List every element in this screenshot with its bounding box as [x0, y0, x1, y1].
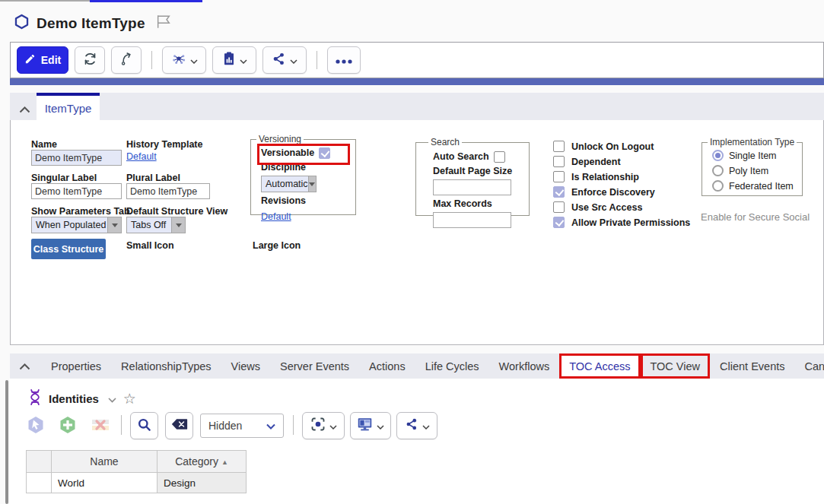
tab-label: RelationshipTypes	[121, 360, 212, 372]
share-button[interactable]	[262, 46, 307, 74]
tab-itemtype[interactable]: ItemType	[37, 93, 100, 120]
chevron-down-icon	[266, 420, 275, 432]
clear-search-button[interactable]	[165, 412, 193, 439]
tab-toc-access[interactable]: TOC Access	[559, 353, 640, 379]
reports-button[interactable]	[212, 46, 256, 74]
allow-private-permissions-checkbox[interactable]	[553, 217, 565, 228]
tab-label: Life Cycles	[425, 360, 479, 372]
unlock-on-logout-checkbox[interactable]	[553, 141, 565, 152]
dropdown-arrow-icon	[308, 176, 316, 192]
default-page-size-field[interactable]	[433, 179, 511, 195]
add-row-button[interactable]	[58, 415, 78, 435]
row-selector-cell[interactable]	[27, 473, 52, 493]
search-icon	[137, 417, 151, 435]
collapse-relationships-chevron-up-icon[interactable]	[19, 360, 30, 373]
auto-search-checkbox[interactable]	[494, 151, 505, 163]
promote-button[interactable]	[111, 46, 142, 74]
monitor-layout-icon	[357, 417, 373, 435]
page-title: Demo ItemType	[37, 15, 145, 32]
singular-label-field[interactable]	[31, 183, 122, 199]
share-grid-button[interactable]	[396, 412, 437, 439]
main-toolbar: Edit	[10, 42, 824, 78]
more-options-button[interactable]	[327, 46, 361, 74]
enforce-discovery-checkbox[interactable]	[553, 186, 565, 198]
chevron-down-icon	[240, 53, 247, 67]
vertical-scrollbar[interactable]	[5, 380, 8, 504]
discipline-select[interactable]: Automatic	[261, 176, 317, 192]
relationships-title: Identities	[49, 392, 99, 405]
chevron-down-icon[interactable]	[108, 392, 116, 406]
discipline-value: Automatic	[266, 179, 308, 189]
tab-actions[interactable]: Actions	[359, 353, 415, 379]
refresh-button[interactable]	[75, 46, 105, 74]
use-src-access-checkbox[interactable]	[553, 201, 565, 213]
tab-server-events[interactable]: Server Events	[270, 353, 359, 379]
dependent-checkbox[interactable]	[553, 156, 565, 167]
unlock-on-logout-label: Unlock On Logout	[571, 141, 654, 152]
visibility-filter-select[interactable]: Hidden	[200, 414, 284, 438]
class-structure-button[interactable]: Class Structure	[31, 239, 106, 259]
small-icon-label: Small Icon	[126, 240, 174, 251]
revisions-link[interactable]: Default	[261, 211, 291, 222]
poly-item-radio[interactable]	[712, 165, 724, 176]
tab-properties[interactable]: Properties	[41, 353, 111, 379]
backspace-clear-icon	[171, 418, 188, 433]
tab-client-events[interactable]: Client Events	[710, 353, 794, 379]
relationships-panel: Identities ☆	[9, 379, 824, 504]
tab-views[interactable]: Views	[221, 353, 270, 379]
default-structure-view-select[interactable]: Tabs Off	[126, 217, 186, 233]
chevron-down-icon	[422, 419, 430, 433]
is-relationship-checkbox[interactable]	[553, 171, 565, 182]
itemtype-hexagon-icon	[14, 13, 30, 33]
reports-clipboard-icon	[222, 51, 236, 69]
row-selector-header[interactable]	[27, 451, 52, 473]
search-fieldset: Search Auto Search Default Page Size Max…	[415, 137, 530, 216]
versionable-checkbox[interactable]	[319, 147, 330, 159]
show-parameters-tab-label: Show Parameters Tab	[31, 206, 130, 217]
favorite-star-icon[interactable]: ☆	[123, 391, 136, 406]
top-tab-indicator-inactive	[0, 0, 90, 2]
select-items-button[interactable]	[26, 415, 46, 435]
name-field[interactable]	[31, 150, 122, 166]
column-header-name[interactable]: Name	[52, 451, 157, 473]
focus-view-button[interactable]	[302, 412, 345, 439]
tab-workflows[interactable]: Workflows	[489, 353, 560, 379]
tab-can-add[interactable]: Can Add	[794, 353, 824, 379]
cell-name[interactable]: World	[52, 473, 157, 493]
flag-icon[interactable]	[155, 14, 172, 32]
singular-label-label: Singular Label	[31, 173, 97, 183]
plural-label-field[interactable]	[126, 183, 210, 199]
use-src-access-label: Use Src Access	[571, 202, 642, 213]
history-template-link[interactable]: Default	[126, 151, 157, 162]
share-icon	[272, 52, 286, 69]
column-header-category[interactable]: Category▲	[157, 451, 247, 473]
revisions-label: Revisions	[261, 195, 306, 208]
federated-item-radio[interactable]	[712, 180, 724, 192]
default-page-size-label: Default Page Size	[433, 165, 512, 178]
relationship-tab-strip: Properties RelationshipTypes Views Serve…	[10, 353, 824, 379]
versionable-label: Versionable	[261, 147, 314, 160]
display-view-button[interactable]	[350, 412, 391, 439]
chevron-down-icon	[377, 419, 384, 433]
is-relationship-label: Is Relationship	[571, 172, 639, 182]
edit-button[interactable]: Edit	[17, 46, 68, 74]
splitter-bar[interactable]	[10, 78, 824, 85]
table-row[interactable]: World Design	[27, 473, 247, 493]
chevron-down-icon	[290, 53, 297, 67]
tab-relationshiptypes[interactable]: RelationshipTypes	[111, 353, 221, 379]
search-button[interactable]	[130, 412, 158, 439]
single-item-radio[interactable]	[712, 150, 724, 161]
tab-toc-view[interactable]: TOC View	[641, 353, 711, 379]
default-structure-view-value: Tabs Off	[131, 220, 166, 230]
tab-life-cycles[interactable]: Life Cycles	[415, 353, 489, 379]
toolbar-separator	[121, 415, 122, 435]
promote-arrow-icon	[119, 52, 134, 69]
graph-navigation-button[interactable]	[162, 46, 206, 74]
collapse-form-chevron-up-icon[interactable]	[19, 103, 30, 116]
cell-category[interactable]: Design	[157, 473, 247, 493]
delete-row-button[interactable]	[91, 415, 110, 435]
max-records-field[interactable]	[433, 212, 511, 228]
plural-label-label: Plural Label	[126, 173, 180, 183]
show-parameters-tab-select[interactable]: When Populated	[31, 217, 122, 233]
allow-private-permissions-label: Allow Private Permissions	[571, 217, 690, 228]
